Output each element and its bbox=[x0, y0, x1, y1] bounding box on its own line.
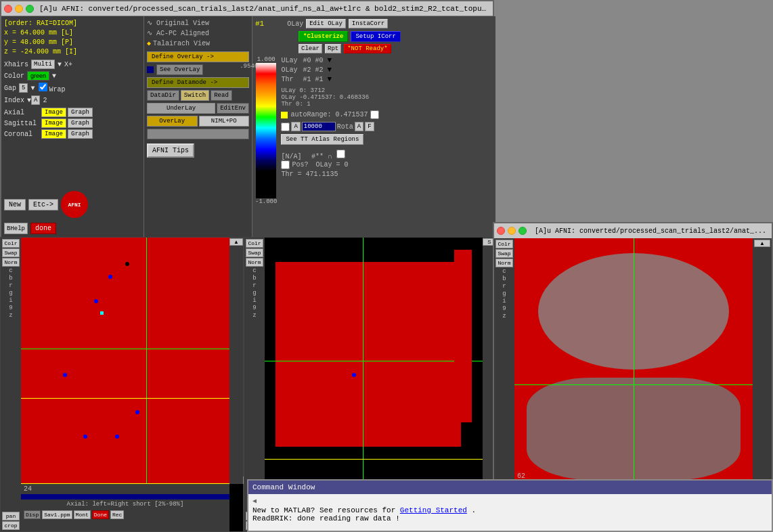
sw-i: i bbox=[495, 298, 513, 305]
sagittal-image-btn[interactable]: Image bbox=[41, 118, 66, 128]
maximize-btn[interactable] bbox=[26, 5, 34, 13]
axial-bottom: 24 Axial: left=Right short [2%-98%] Disp… bbox=[21, 484, 229, 531]
axial-rec-btn[interactable]: Rec bbox=[110, 510, 124, 519]
range-input[interactable] bbox=[302, 122, 336, 131]
f-btn[interactable]: F bbox=[365, 122, 374, 131]
datadir-btn[interactable]: DataDir bbox=[147, 90, 179, 101]
matlab-link[interactable]: Getting Started bbox=[400, 506, 467, 514]
minimize-btn[interactable] bbox=[15, 5, 23, 13]
xhairs-label: Xhairs bbox=[4, 61, 28, 68]
sag-norm-btn[interactable]: Norm bbox=[246, 258, 263, 267]
niml-btn[interactable]: NIML+PO bbox=[199, 116, 250, 127]
index-a-btn[interactable]: A bbox=[31, 95, 40, 105]
rpt-btn[interactable]: Rpt bbox=[325, 44, 341, 53]
bhelp-button[interactable]: BHelp bbox=[4, 223, 28, 234]
sw-swap-btn[interactable]: Swap bbox=[495, 249, 513, 258]
axial-image-btn[interactable]: Image bbox=[41, 108, 66, 117]
matlab-line2: ReadBRIK: done reading raw data ! bbox=[252, 514, 768, 523]
autorange-checkbox[interactable] bbox=[370, 110, 379, 119]
axial-g-label: g bbox=[2, 290, 20, 296]
not-ready-btn[interactable]: *NOT Ready* bbox=[344, 44, 391, 53]
etc-button[interactable]: Etc-> bbox=[28, 199, 58, 210]
sw-close[interactable] bbox=[497, 227, 505, 235]
cb-mid-val: .9546 bbox=[240, 63, 258, 70]
switch-btn[interactable]: Switch bbox=[181, 90, 209, 101]
sag-colr-btn[interactable]: Colr bbox=[246, 239, 263, 248]
rota-a-btn[interactable]: A bbox=[355, 122, 363, 131]
afni-logo: AFNI bbox=[61, 191, 88, 218]
setup-icorr-btn[interactable]: Setup ICorr bbox=[351, 31, 400, 42]
clear-btn[interactable]: Clear bbox=[299, 44, 322, 53]
axial-norm-btn[interactable]: Norm bbox=[2, 258, 20, 267]
sagittal-brain-image[interactable] bbox=[265, 238, 483, 484]
coronal-label: Coronal bbox=[4, 131, 41, 138]
clusterize-btn[interactable]: *Clusterize bbox=[299, 31, 348, 42]
rota-checkbox[interactable] bbox=[281, 123, 290, 131]
matlab-scroll-indicator: ◀ bbox=[252, 497, 768, 505]
axial-brain-image[interactable] bbox=[21, 238, 229, 484]
see-overlay-btn[interactable]: See OverLay bbox=[156, 64, 203, 75]
x-plus-label: X+ bbox=[64, 61, 72, 68]
xhairs-row: Xhairs Multi ▼ X+ bbox=[4, 60, 141, 69]
sw-right-up[interactable]: ▲ bbox=[754, 240, 770, 247]
see-atlas-btn[interactable]: See TT Atlas Regions bbox=[281, 134, 363, 145]
pos-checkbox[interactable] bbox=[281, 160, 290, 169]
axial-swap-btn[interactable]: Swap bbox=[2, 248, 20, 257]
color-value-btn[interactable]: green bbox=[27, 71, 49, 81]
editenv-btn[interactable]: EditEnv bbox=[217, 103, 249, 114]
left-panel: [order: RAI=DICOM] x = 64.000 mm [L] y =… bbox=[1, 16, 143, 238]
sagittal-graph-btn[interactable]: Graph bbox=[68, 118, 93, 128]
sag-crosshair-v bbox=[363, 238, 363, 484]
ulay-val: #0 #0 bbox=[303, 57, 323, 64]
second-win-title: [A]u AFNI: converted/processed_scan_tria… bbox=[535, 227, 766, 235]
axial-done-btn[interactable]: Done bbox=[92, 510, 109, 519]
afni-tips-btn[interactable]: AFNI Tips bbox=[147, 143, 194, 158]
tilde1: ∿ bbox=[147, 20, 156, 27]
axial-colr-btn[interactable]: Colr bbox=[2, 239, 20, 248]
coronal-graph-btn[interactable]: Graph bbox=[68, 129, 93, 139]
axial-crosshair-v bbox=[146, 238, 147, 484]
sag-z: z bbox=[246, 312, 263, 319]
done-button[interactable]: done bbox=[30, 223, 56, 234]
coronal-image-btn[interactable]: Image bbox=[41, 129, 66, 139]
sw-colr-btn[interactable]: Colr bbox=[495, 240, 513, 248]
axial-disp-btn[interactable]: Disp bbox=[24, 510, 41, 519]
sw-c: c bbox=[495, 268, 513, 275]
axial-mont-btn[interactable]: Mont bbox=[74, 510, 91, 519]
matlab-title-bar: Command Window bbox=[248, 481, 772, 494]
cb-number: #1 bbox=[255, 20, 264, 28]
sw-b: b bbox=[495, 275, 513, 282]
define-overlay-btn[interactable]: Define OverLay -> bbox=[147, 51, 249, 62]
new-button[interactable]: New bbox=[4, 199, 26, 210]
coord-y: y = 48.000 mm [P] bbox=[4, 38, 141, 47]
xhairs-multi-btn[interactable]: Multi bbox=[31, 60, 55, 69]
matlab-content: ◀ New to MATLAB? See resources for Getti… bbox=[248, 494, 772, 525]
matlab-scroll-arrow: ◀ bbox=[252, 497, 257, 505]
instacorr-btn[interactable]: InstaCorr bbox=[349, 19, 389, 28]
axial-crop-btn[interactable]: crop bbox=[2, 521, 20, 530]
a-btn[interactable]: A bbox=[291, 122, 300, 131]
axial-pan-btn[interactable]: pan bbox=[2, 512, 20, 520]
overlay-btn[interactable]: OverLay bbox=[147, 116, 198, 127]
define-datamode-btn[interactable]: Define Datamode -> bbox=[147, 77, 249, 88]
sw-maximize[interactable] bbox=[518, 227, 527, 235]
talairach-btn[interactable]: Talairach View bbox=[153, 40, 210, 47]
axial-c-label: c bbox=[2, 267, 20, 274]
axial-z-label: z bbox=[2, 312, 20, 319]
axial-sav-btn[interactable]: Sav1.ppm bbox=[42, 510, 72, 519]
sw-norm-btn[interactable]: Norm bbox=[495, 259, 513, 267]
underlay-btn[interactable]: UnderLay bbox=[147, 103, 215, 114]
edit-olay-btn[interactable]: Edit OLay bbox=[306, 19, 346, 28]
sw-minimize[interactable] bbox=[508, 227, 516, 235]
sag-swap-btn[interactable]: Swap bbox=[246, 248, 263, 257]
gap-value-btn[interactable]: 5 bbox=[19, 83, 28, 93]
close-btn[interactable] bbox=[4, 5, 12, 13]
sw-z: z bbox=[495, 313, 513, 319]
hash-checkbox[interactable] bbox=[336, 150, 345, 158]
axial-graph-btn[interactable]: Graph bbox=[68, 108, 93, 117]
axial-row: Axial Image Graph bbox=[4, 108, 141, 117]
read-btn[interactable]: Read bbox=[211, 90, 232, 101]
axial-scroll-up[interactable]: ▲ bbox=[229, 238, 243, 246]
ulay-data: ULay 0: 3712 bbox=[281, 87, 493, 94]
wrap-checkbox[interactable] bbox=[39, 83, 47, 91]
